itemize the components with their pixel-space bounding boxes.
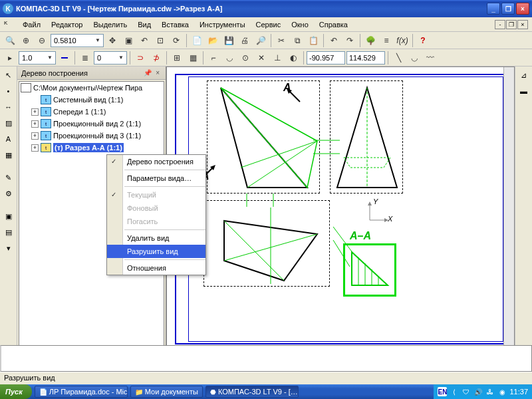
styles-icon[interactable]: ▬ bbox=[517, 84, 531, 98]
menu-service[interactable]: Сервис bbox=[251, 19, 287, 30]
pin-icon[interactable]: 📌 bbox=[142, 69, 154, 76]
snap-perp-icon[interactable]: ⊥ bbox=[270, 51, 285, 65]
view-tool-icon[interactable]: ▣ bbox=[1, 209, 16, 223]
tree-node-system[interactable]: t Системный вид (1:1) bbox=[19, 94, 164, 106]
cut-icon[interactable]: ✂ bbox=[274, 33, 289, 48]
snap-tan-icon[interactable]: ◐ bbox=[286, 51, 301, 65]
mdi-close[interactable]: × bbox=[517, 20, 528, 29]
tree-node-section[interactable]: + t (т) Разрез А-А (1:1) bbox=[19, 142, 164, 154]
ctx-delete-view[interactable]: Удалить вид bbox=[107, 231, 205, 245]
zoom-combo[interactable]: 0.5810▼ bbox=[51, 34, 104, 47]
new-icon[interactable]: 📄 bbox=[190, 33, 204, 48]
tray-icon[interactable]: ⟨ bbox=[450, 387, 459, 396]
redo-icon[interactable]: ↷ bbox=[342, 33, 357, 48]
start-button[interactable]: Пуск bbox=[0, 384, 32, 399]
expand-icon[interactable]: + bbox=[31, 108, 39, 116]
point-tool-icon[interactable]: • bbox=[1, 84, 16, 98]
line-tool-icon[interactable]: ╲ bbox=[391, 51, 406, 65]
snap-magnet-icon[interactable]: ⊃ bbox=[133, 51, 148, 65]
coord-x[interactable]: -90.957 bbox=[307, 51, 345, 65]
tray-app-icon[interactable]: ◉ bbox=[497, 387, 507, 396]
taskbar-item-docs[interactable]: 📁 Мои документы bbox=[130, 386, 203, 398]
snap-mid-icon[interactable]: ◡ bbox=[222, 51, 237, 65]
zoom-prev-icon[interactable]: ↶ bbox=[137, 33, 152, 48]
props-icon[interactable]: ≡ bbox=[379, 33, 394, 48]
refresh-icon[interactable]: ⟳ bbox=[169, 33, 184, 48]
param-tool-icon[interactable]: ⚙ bbox=[1, 186, 16, 201]
preview-icon[interactable]: 🔎 bbox=[253, 33, 268, 48]
expand-icon[interactable]: + bbox=[31, 132, 39, 140]
zoom-fit-icon[interactable]: ▣ bbox=[121, 33, 136, 48]
restore-button[interactable]: ❐ bbox=[501, 3, 515, 15]
panel-close-icon[interactable]: × bbox=[154, 69, 162, 76]
menu-select[interactable]: Выделить bbox=[88, 19, 132, 30]
menu-view[interactable]: Вид bbox=[132, 19, 156, 30]
lang-indicator[interactable]: EN bbox=[438, 387, 447, 396]
snap-intersect-icon[interactable]: ✕ bbox=[254, 51, 269, 65]
layer-combo[interactable]: 0▼ bbox=[94, 51, 127, 65]
ctx-destroy-view[interactable]: Разрушить вид bbox=[107, 245, 205, 258]
ctx-relations[interactable]: Отношения bbox=[107, 261, 205, 275]
dim-tool-icon[interactable]: ↔ bbox=[1, 100, 16, 114]
print-icon[interactable]: 🖨 bbox=[237, 33, 252, 48]
menu-tools[interactable]: Инструменты bbox=[194, 19, 251, 30]
snap-end-icon[interactable]: ⌐ bbox=[206, 51, 221, 65]
tray-av-icon[interactable]: 🛡 bbox=[462, 387, 471, 396]
arrow-icon[interactable]: ▸ bbox=[3, 51, 17, 65]
undo-icon[interactable]: ↶ bbox=[327, 33, 341, 48]
mdi-restore[interactable]: ❐ bbox=[506, 20, 517, 29]
scale-combo[interactable]: 1.0▼ bbox=[19, 51, 56, 65]
hatch-tool-icon[interactable]: ▨ bbox=[1, 116, 16, 130]
tree-node-proj2[interactable]: + t Проекционный вид 2 (1:1) bbox=[19, 118, 164, 130]
zoom-all-icon[interactable]: ⊡ bbox=[153, 33, 168, 48]
edit-tool-icon[interactable]: ✎ bbox=[1, 170, 16, 185]
menu-editor[interactable]: Редактор bbox=[46, 19, 88, 30]
tree-icon[interactable]: 🌳 bbox=[363, 33, 378, 48]
minimize-button[interactable]: _ bbox=[487, 3, 500, 15]
save-icon[interactable]: 💾 bbox=[221, 33, 236, 48]
zoom-window-icon[interactable]: 🔍 bbox=[3, 33, 17, 48]
tray-net-icon[interactable]: 🖧 bbox=[485, 387, 495, 396]
measure-icon[interactable]: ⊿ bbox=[517, 68, 531, 82]
text-tool-icon[interactable]: A bbox=[1, 132, 16, 146]
tray-vol-icon[interactable]: 🔊 bbox=[473, 387, 483, 396]
vars-icon[interactable]: f(x) bbox=[395, 33, 410, 48]
spline-tool-icon[interactable]: 〰 bbox=[423, 51, 438, 65]
copy-icon[interactable]: ⧉ bbox=[290, 33, 305, 48]
tree-node-front[interactable]: + t Спереди 1 (1:1) bbox=[19, 106, 164, 118]
grid-icon[interactable]: ▦ bbox=[186, 51, 200, 65]
arc-tool-icon[interactable]: ◡ bbox=[407, 51, 422, 65]
coord-y[interactable]: 114.529 bbox=[346, 51, 385, 65]
zoom-out-icon[interactable]: ⊖ bbox=[35, 33, 49, 48]
open-icon[interactable]: 📂 bbox=[205, 33, 220, 48]
table-tool-icon[interactable]: ▦ bbox=[1, 148, 16, 162]
expand-icon[interactable]: + bbox=[31, 120, 39, 128]
command-panel[interactable] bbox=[0, 345, 532, 372]
spec-tool-icon[interactable]: ▤ bbox=[1, 225, 16, 239]
expand-down-icon[interactable]: ▾ bbox=[1, 241, 16, 255]
ctx-tree-build[interactable]: ✓Дерево построения bbox=[107, 155, 205, 168]
menu-window[interactable]: Окно bbox=[286, 19, 314, 30]
snap-off-icon[interactable]: ⊅ bbox=[149, 51, 164, 65]
drawing-canvas[interactable]: А–А А А Y X bbox=[166, 66, 515, 372]
scrollbar-vertical[interactable] bbox=[503, 67, 514, 360]
layers-icon[interactable]: ≣ bbox=[78, 51, 92, 65]
mdi-minimize[interactable]: - bbox=[495, 20, 505, 29]
ctx-view-params[interactable]: Параметры вида… bbox=[107, 172, 205, 185]
ortho-icon[interactable]: ⊞ bbox=[170, 51, 184, 65]
zoom-in-icon[interactable]: ⊕ bbox=[19, 33, 33, 48]
snap-center-icon[interactable]: ⊙ bbox=[238, 51, 253, 65]
help-icon[interactable]: ? bbox=[416, 33, 430, 48]
clock[interactable]: 11:37 bbox=[509, 388, 528, 396]
menu-help[interactable]: Справка bbox=[314, 19, 353, 30]
tree-node-proj3[interactable]: + t Проекционный вид 3 (1:1) bbox=[19, 130, 164, 142]
style-icon[interactable] bbox=[57, 51, 72, 65]
menu-insert[interactable]: Вставка bbox=[156, 19, 194, 30]
paste-icon[interactable]: 📋 bbox=[306, 33, 321, 48]
taskbar-item-word[interactable]: 📄 ЛР Пирамида.doc - Micr… bbox=[35, 386, 128, 398]
select-tool-icon[interactable]: ↖ bbox=[1, 68, 16, 82]
expand-icon[interactable]: + bbox=[31, 144, 39, 152]
tree-root[interactable]: С:\Мои документы\Чертеж Пира bbox=[19, 82, 164, 94]
menu-file[interactable]: Файл bbox=[17, 19, 46, 30]
pan-icon[interactable]: ✥ bbox=[105, 33, 120, 48]
